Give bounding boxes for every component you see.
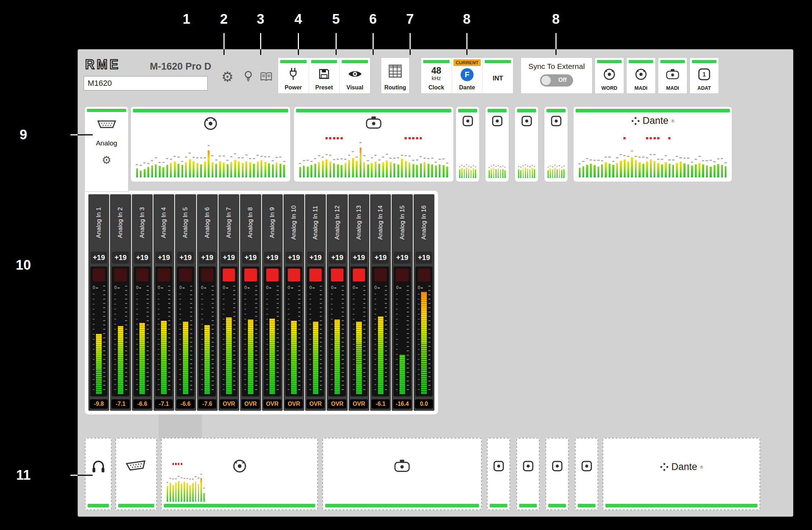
output-tab-analog[interactable] xyxy=(115,438,157,510)
channel-gain[interactable]: +19 xyxy=(416,252,432,264)
meter-scale-ticks xyxy=(158,294,160,394)
output-tab-adat-1[interactable] xyxy=(487,438,510,510)
channel-strip[interactable]: Analog In 9+190OVR xyxy=(262,194,283,411)
input-tab-adat-1[interactable] xyxy=(456,107,479,182)
channel-strip[interactable]: Analog In 16+1900.0 xyxy=(414,194,434,411)
input-tab-madi-coax[interactable] xyxy=(131,107,290,182)
meter-scale-ticks xyxy=(277,286,279,394)
channel-gain[interactable]: +19 xyxy=(394,252,410,264)
output-tab-adat-3[interactable] xyxy=(545,438,569,510)
meter-bar xyxy=(200,143,203,177)
sync-source-madi-coax[interactable]: MADI xyxy=(626,57,656,94)
routing-matrix-icon xyxy=(388,58,403,84)
meter-level xyxy=(680,162,682,177)
channel-gain[interactable]: +19 xyxy=(329,252,345,264)
channel-strip[interactable]: Analog In 4+190-7.1 xyxy=(153,194,174,411)
meter-bar xyxy=(260,143,263,177)
sync-source-word[interactable]: WORD xyxy=(595,57,624,94)
output-tab-adat-4[interactable] xyxy=(575,438,598,510)
madi-coax-in-meters xyxy=(135,143,286,177)
channel-strip[interactable]: Analog In 13+190OVR xyxy=(349,194,369,411)
output-tab-dante[interactable]: Dante® xyxy=(603,438,760,510)
channel-gain[interactable]: +19 xyxy=(177,252,194,264)
meter-level xyxy=(200,478,202,502)
clock-source-internal-button[interactable]: INT xyxy=(482,58,513,93)
channel-strip[interactable]: Analog In 6+190-7.6 xyxy=(197,194,218,411)
sync-toggle[interactable]: Off xyxy=(540,74,573,87)
meter-bar xyxy=(518,156,519,178)
meter-level xyxy=(314,164,316,177)
meter-bar xyxy=(143,143,146,177)
meter-peak-dash xyxy=(184,478,185,479)
meter-level xyxy=(303,166,305,177)
meter-level xyxy=(212,162,213,177)
bnc-icon xyxy=(202,115,219,133)
dark-mode-bulb-button[interactable] xyxy=(240,69,257,85)
settings-gear-button[interactable]: ⚙ xyxy=(219,69,236,85)
meter-level xyxy=(421,292,426,394)
channel-gain[interactable]: +19 xyxy=(307,252,324,264)
visual-button[interactable]: Visual xyxy=(339,58,370,93)
meter-bar xyxy=(675,143,678,177)
power-button[interactable]: Power xyxy=(278,58,309,93)
meter-area: 0 xyxy=(92,284,106,394)
channel-strip[interactable]: Analog In 12+190OVR xyxy=(327,194,347,411)
channel-value: OVR xyxy=(241,399,259,409)
manual-book-button[interactable] xyxy=(258,69,275,85)
channel-gain[interactable]: +19 xyxy=(112,252,129,264)
channel-gain[interactable]: +19 xyxy=(372,252,389,264)
meter-peak-dash xyxy=(627,156,629,157)
channel-label: Analog In 13 xyxy=(349,194,369,251)
output-tab-madi-coax[interactable] xyxy=(161,438,318,510)
channel-gain[interactable]: +19 xyxy=(286,252,302,264)
channel-gain[interactable]: +19 xyxy=(199,252,216,264)
meter-level xyxy=(360,148,361,177)
meter-level xyxy=(532,168,533,178)
channel-strip[interactable]: Analog In 7+190OVR xyxy=(218,194,239,411)
meter-level xyxy=(276,163,277,177)
input-tab-adat-3[interactable] xyxy=(515,107,538,182)
meter-level xyxy=(657,163,659,177)
meter-level xyxy=(605,162,606,177)
clock-button[interactable]: 48 kHz Clock xyxy=(421,58,452,93)
routing-button[interactable]: Routing xyxy=(381,58,409,93)
channel-gain[interactable]: +19 xyxy=(134,252,151,264)
output-tab-phones[interactable] xyxy=(85,438,112,510)
channel-strip[interactable]: Analog In 15+190-16.4 xyxy=(392,194,412,411)
device-name-input[interactable] xyxy=(84,76,208,90)
channel-strip[interactable]: Analog In 1+190-9.8 xyxy=(88,194,109,411)
input-tab-dante[interactable]: Dante® xyxy=(573,107,732,182)
input-tab-adat-4[interactable] xyxy=(544,107,568,182)
meter-peak-dash xyxy=(563,166,564,167)
preset-button[interactable]: Preset xyxy=(309,58,340,93)
meter-peak-dash xyxy=(559,165,560,166)
channel-strip[interactable]: Analog In 11+190OVR xyxy=(305,194,326,411)
channel-gain[interactable]: +19 xyxy=(264,252,281,264)
input-tab-analog[interactable]: Analog ⚙ xyxy=(85,107,128,191)
channel-strip[interactable]: Analog In 5+190-6.6 xyxy=(175,194,196,411)
channel-gain[interactable]: +19 xyxy=(156,252,172,264)
input-tab-madi-optical[interactable] xyxy=(294,107,453,182)
channel-strip[interactable]: Analog In 8+190OVR xyxy=(240,194,261,411)
channel-gain[interactable]: +19 xyxy=(221,252,237,264)
clip-indicator xyxy=(158,269,170,282)
meter-level xyxy=(345,163,346,177)
channel-gain[interactable]: +19 xyxy=(351,252,367,264)
analog-settings-gear-icon[interactable]: ⚙ xyxy=(102,154,111,166)
input-tab-adat-2[interactable] xyxy=(485,107,509,182)
meter-bar xyxy=(470,156,472,178)
channel-strip[interactable]: Analog In 14+190-6.1 xyxy=(370,194,391,411)
clock-source-dante-button[interactable]: CURRENT F Dante xyxy=(452,58,483,93)
output-tab-madi-optical[interactable] xyxy=(322,438,482,510)
channel-gain[interactable]: +19 xyxy=(242,252,259,264)
output-tab-adat-2[interactable] xyxy=(516,438,540,510)
meter-peak-dash xyxy=(333,159,335,160)
channel-strip[interactable]: Analog In 3+190-6.6 xyxy=(132,194,153,411)
channel-gain[interactable]: +19 xyxy=(91,252,107,264)
sync-source-madi-optical[interactable]: MADI xyxy=(658,57,687,94)
meter-level xyxy=(612,165,614,177)
channel-strip[interactable]: Analog In 10+190OVR xyxy=(283,194,304,411)
sync-source-adat[interactable]: 1 ADAT xyxy=(689,57,719,94)
meter-level xyxy=(534,169,535,178)
channel-strip[interactable]: Analog In 2+190-7.1 xyxy=(110,194,131,411)
